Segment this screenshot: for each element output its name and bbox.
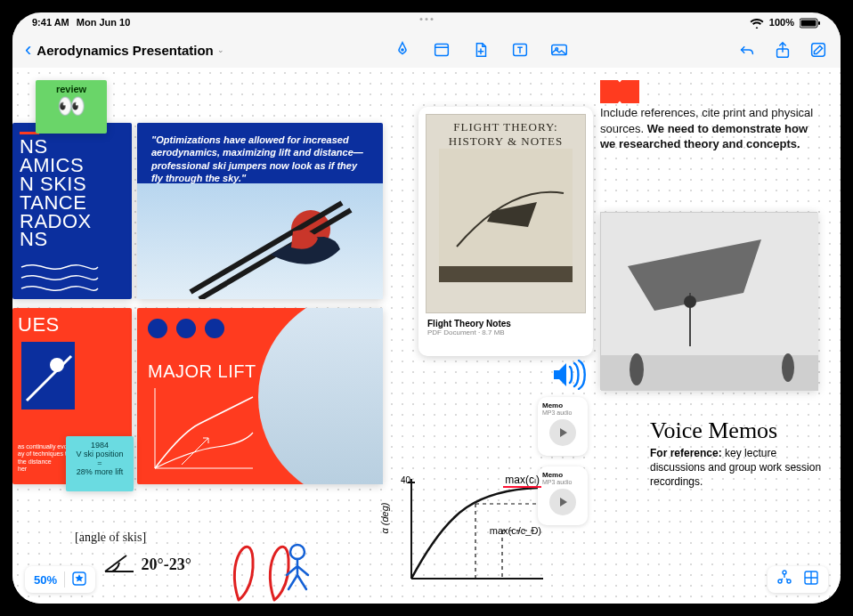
screen: 9:41 AM Mon Jun 10 100% ‹ Aerodynamics P… [12,12,841,604]
title-menu-chevron-icon[interactable]: ⌄ [217,45,224,54]
status-bar: 9:41 AM Mon Jun 10 100% [12,12,841,32]
svg-point-19 [684,296,696,308]
poster-major-lift[interactable]: MAJOR LIFT [137,308,383,484]
text-tool-button[interactable] [510,40,530,60]
lift-graph-icon [146,379,262,477]
handwriting-angle-label[interactable]: [angle of skis] [75,531,146,545]
center-tool-group [393,40,569,60]
play-icon[interactable] [549,489,576,515]
app-toolbar: ‹ Aerodynamics Presentation ⌄ [12,32,841,68]
document-thumbnail: FLIGHT THEORY:HISTORY & NOTES [426,114,586,313]
blue-skier-doodle[interactable] [271,539,324,593]
speaker-icon [550,360,586,393]
airflow-waves-icon [20,262,100,294]
svg-rect-2 [818,21,820,25]
wifi-icon [750,16,764,28]
svg-rect-4 [435,45,449,56]
photo-hang-glider[interactable] [600,212,817,390]
svg-point-21 [782,353,794,382]
glider-photo-illustration [601,213,818,391]
share-button[interactable] [773,40,792,60]
svg-point-13 [50,358,64,372]
angle-icon [102,552,137,575]
zoom-control[interactable]: 50% [25,566,95,593]
poster-quote-skijumper[interactable]: "Optimizations have allowed for increase… [137,123,383,299]
status-time: 9:41 AM [32,17,69,28]
ski-jumper-illustration [137,123,383,299]
svg-point-32 [783,571,786,574]
handwriting-angle-value[interactable]: 20°-23° [102,552,191,575]
pen-tool-button[interactable] [393,40,412,60]
battery-icon [800,16,821,28]
alpha-graph-sketch[interactable]: α (deg) 40 max(cₗ) max(cₗ/c_D) [386,472,547,588]
audio-memo-1[interactable]: Memo MP3 audio [538,397,588,456]
view-controls [768,566,828,593]
references-text-block[interactable]: Include references, cite print and physi… [600,105,814,152]
board-title[interactable]: Aerodynamics Presentation [37,43,213,58]
compose-button[interactable] [808,40,828,60]
skier-thumbnail-icon [18,338,125,436]
zoom-level[interactable]: 50% [34,573,57,587]
back-button[interactable]: ‹ [25,38,31,61]
grid-toggle-button[interactable] [803,570,819,589]
navigator-button[interactable] [776,570,792,589]
eyes-emoji-icon: 👀 [36,94,107,118]
sticky-note-vski[interactable]: 1984 V ski position = 28% more lift [66,436,134,491]
ipad-frame: 9:41 AM Mon Jun 10 100% ‹ Aerodynamics P… [0,0,853,616]
svg-point-3 [402,49,403,51]
poster-dynamics[interactable]: NSAMICSN SKISTANCERADOXNS [12,123,132,299]
svg-rect-1 [801,20,816,26]
battery-percent: 100% [769,17,794,28]
early-plane-icon [439,149,573,282]
undo-button[interactable] [737,40,757,60]
media-tool-button[interactable] [549,40,569,60]
book-icon [600,80,639,107]
document-meta: PDF Document · 8.7 MB [427,328,584,336]
sticky-note-review[interactable]: review 👀 [36,80,107,134]
favorite-view-icon[interactable] [72,571,86,588]
document-name: Flight Theory Notes [427,319,584,328]
status-date: Mon Jun 10 [77,17,131,28]
voice-memos-text-block[interactable]: Voice Memos For reference: key lecture d… [650,415,828,490]
note-tool-button[interactable] [432,40,451,60]
svg-point-22 [290,545,305,559]
right-tool-group [737,40,828,60]
file-tool-button[interactable] [471,40,491,60]
document-card-flight-theory[interactable]: FLIGHT THEORY:HISTORY & NOTES Flight The… [418,107,593,356]
freeform-canvas[interactable]: NSAMICSN SKISTANCERADOXNS "Optimizations… [12,68,841,604]
multitask-pill[interactable] [420,18,434,20]
svg-point-20 [630,353,644,385]
play-icon[interactable] [549,419,576,446]
voice-memos-heading: Voice Memos [650,415,828,446]
